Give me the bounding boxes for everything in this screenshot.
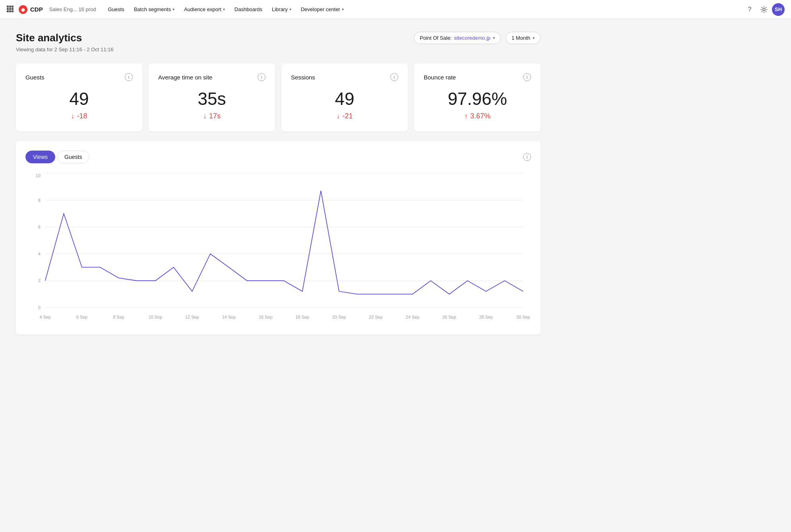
x-label-22sep: 22 Sep [369, 315, 383, 319]
y-label-6: 6 [38, 224, 41, 229]
chart-tabs-left: Views Guests [25, 151, 89, 163]
nav-brand-label: CDP [30, 6, 43, 13]
nav-logo[interactable]: CDP [18, 5, 43, 14]
x-label-20sep: 20 Sep [332, 315, 346, 319]
x-label-26sep: 26 Sep [442, 315, 456, 319]
y-label-8: 8 [38, 198, 41, 203]
avg-time-delta-value: 17s [209, 112, 221, 120]
page-subtitle: Viewing data for 2 Sep 11:16 - 2 Oct 11:… [16, 46, 113, 52]
sessions-info-icon[interactable]: i [390, 73, 398, 81]
x-label-18sep: 18 Sep [295, 315, 309, 319]
metric-label-avg-time: Average time on site [158, 74, 212, 81]
nav-item-audience-export[interactable]: Audience export ▾ [180, 5, 229, 14]
x-label-8sep: 8 Sep [113, 315, 124, 319]
svg-rect-6 [7, 10, 9, 12]
svg-rect-2 [12, 6, 14, 8]
guests-info-icon[interactable]: i [125, 73, 133, 81]
avg-time-info-icon[interactable]: i [258, 73, 266, 81]
metric-label-sessions: Sessions [291, 74, 315, 81]
x-label-6sep: 6 Sep [76, 315, 88, 319]
main-content: Site analytics Viewing data for 2 Sep 11… [0, 19, 556, 347]
pos-chevron-icon: ▾ [493, 36, 495, 40]
nav-item-dashboards[interactable]: Dashboards [231, 5, 266, 14]
x-label-14sep: 14 Sep [222, 315, 236, 319]
page-title: Site analytics [16, 32, 113, 44]
x-label-24sep: 24 Sep [406, 315, 420, 319]
tab-guests[interactable]: Guests [57, 151, 89, 163]
nav-context-label: Sales Eng... 16 prod [49, 6, 96, 12]
svg-rect-1 [9, 6, 11, 8]
settings-icon-button[interactable] [758, 3, 770, 16]
views-line-chart: 0 2 4 6 8 10 4 Sep 6 Sep 8 Sep 10 Sep 12… [25, 173, 531, 324]
nav-item-developer-center[interactable]: Developer center ▾ [297, 5, 348, 14]
user-avatar[interactable]: SH [772, 3, 785, 16]
nav-item-guests[interactable]: Guests [104, 5, 128, 14]
avg-time-down-arrow: ↓ [203, 112, 207, 120]
x-label-4sep: 4 Sep [39, 315, 51, 319]
metrics-grid: Guests i 49 ↓ -18 Average time on site i… [16, 64, 541, 132]
top-navigation: CDP Sales Eng... 16 prod Guests Batch se… [0, 0, 791, 19]
metric-card-sessions: Sessions i 49 ↓ -21 [281, 64, 408, 132]
page-title-section: Site analytics Viewing data for 2 Sep 11… [16, 32, 113, 52]
metric-card-avg-time: Average time on site i 35s ↓ 17s [149, 64, 275, 132]
header-controls: Point Of Sale: sitecoredemo.jp ▾ 1 Month… [414, 32, 541, 44]
metric-card-bounce-rate: Bounce rate i 97.96% ↑ 3.67% [414, 64, 541, 132]
svg-rect-7 [9, 10, 11, 12]
metric-delta-bounce-rate: ↑ 3.67% [424, 112, 531, 120]
metric-value-bounce-rate: 97.96% [424, 89, 531, 109]
period-selector-button[interactable]: 1 Month ▾ [506, 32, 541, 44]
metric-delta-sessions: ↓ -21 [291, 112, 398, 120]
pos-value: sitecoredemo.jp [454, 35, 490, 41]
period-chevron-icon: ▾ [533, 36, 535, 40]
nav-item-library[interactable]: Library ▾ [268, 5, 295, 14]
period-value: 1 Month [512, 35, 530, 41]
y-label-2: 2 [38, 278, 41, 283]
guests-down-arrow: ↓ [71, 112, 74, 120]
svg-rect-5 [12, 8, 14, 10]
metric-value-guests: 49 [25, 89, 133, 109]
metric-header-avg-time: Average time on site i [158, 73, 266, 81]
tab-views[interactable]: Views [25, 151, 55, 163]
pos-label: Point Of Sale: [420, 35, 452, 41]
x-label-12sep: 12 Sep [185, 315, 199, 319]
batch-segments-chevron: ▾ [173, 7, 174, 12]
svg-rect-3 [7, 8, 9, 10]
bounce-rate-info-icon[interactable]: i [523, 73, 531, 81]
nav-item-batch-segments[interactable]: Batch segments ▾ [130, 5, 178, 14]
x-label-10sep: 10 Sep [149, 315, 163, 319]
chart-container: 0 2 4 6 8 10 4 Sep 6 Sep 8 Sep 10 Sep 12… [25, 173, 531, 325]
pos-selector-button[interactable]: Point Of Sale: sitecoredemo.jp ▾ [414, 32, 501, 44]
audience-export-chevron: ▾ [223, 7, 225, 12]
metric-delta-guests: ↓ -18 [25, 112, 133, 120]
metric-card-guests: Guests i 49 ↓ -18 [16, 64, 142, 132]
developer-center-chevron: ▾ [342, 7, 344, 12]
chart-tabs: Views Guests i [25, 151, 531, 163]
bounce-rate-delta-value: 3.67% [470, 112, 490, 120]
svg-rect-4 [9, 8, 11, 10]
sessions-down-arrow: ↓ [336, 112, 340, 120]
metric-label-bounce-rate: Bounce rate [424, 74, 456, 81]
help-icon-button[interactable]: ? [743, 3, 756, 16]
sessions-delta-value: -21 [342, 112, 353, 120]
metric-value-avg-time: 35s [158, 89, 266, 109]
y-label-4: 4 [38, 251, 41, 256]
guests-delta-value: -18 [77, 112, 87, 120]
metric-delta-avg-time: ↓ 17s [158, 112, 266, 120]
chart-card: Views Guests i 0 2 4 6 8 [16, 141, 541, 335]
bounce-rate-up-arrow: ↑ [464, 112, 468, 120]
chart-info-icon[interactable]: i [523, 153, 531, 161]
metric-header-bounce-rate: Bounce rate i [424, 73, 531, 81]
page-header: Site analytics Viewing data for 2 Sep 11… [16, 32, 541, 52]
y-label-0: 0 [38, 305, 41, 310]
y-label-10: 10 [36, 173, 41, 178]
x-label-30sep: 30 Sep [516, 315, 530, 319]
metric-label-guests: Guests [25, 74, 45, 81]
svg-rect-0 [7, 6, 9, 8]
library-chevron: ▾ [289, 7, 291, 12]
svg-point-10 [763, 8, 765, 11]
metric-header-guests: Guests i [25, 73, 133, 81]
chart-line-views [45, 191, 523, 294]
metric-header-sessions: Sessions i [291, 73, 398, 81]
svg-rect-8 [12, 10, 14, 12]
grid-menu-icon[interactable] [6, 5, 14, 14]
